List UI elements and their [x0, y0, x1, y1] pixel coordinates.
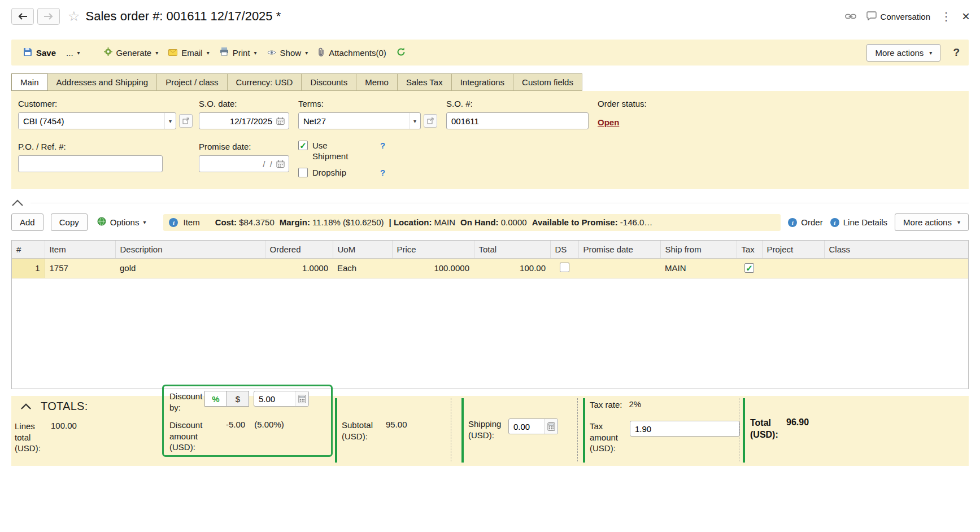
tab-custom-fields[interactable]: Custom fields	[513, 73, 582, 91]
customer-dropdown-button[interactable]: ▾	[164, 113, 176, 129]
uom-cell[interactable]: Each	[333, 258, 392, 278]
tab-currency[interactable]: Currency: USD	[227, 73, 302, 91]
tab-addresses-and-shipping[interactable]: Addresses and Shipping	[47, 73, 158, 91]
tax-checkbox[interactable]	[744, 263, 754, 273]
more-actions-label: More actions	[875, 48, 924, 58]
forward-button[interactable]	[37, 8, 60, 25]
info-icon: i	[169, 218, 178, 227]
email-label: Email	[181, 48, 203, 58]
line-item-row[interactable]: 1 1757 gold 1.0000 Each 100.0000 100.00 …	[12, 258, 968, 278]
ordered-cell[interactable]: 1.0000	[265, 258, 333, 278]
options-button[interactable]: Options ▾	[95, 215, 149, 230]
calculator-icon[interactable]	[295, 391, 308, 407]
po-ref-input[interactable]	[18, 155, 163, 172]
customer-combobox: ▾	[18, 112, 176, 129]
total-group: Total (USD): 96.90	[750, 417, 809, 441]
ds-checkbox[interactable]	[560, 263, 569, 272]
item-cell[interactable]: 1757	[45, 258, 115, 278]
attachments-button[interactable]: Attachments(0)	[313, 44, 391, 62]
save-button[interactable]: Save	[18, 44, 61, 62]
copy-link-icon[interactable]	[845, 12, 856, 21]
conversation-button[interactable]: Conversation	[866, 11, 930, 22]
tab-memo[interactable]: Memo	[356, 73, 398, 91]
discount-mode-toggle: % $	[204, 391, 249, 407]
use-shipment-checkbox[interactable]	[298, 141, 308, 150]
discount-percent-toggle[interactable]: %	[204, 391, 227, 407]
back-arrow-icon	[18, 12, 28, 21]
promise-date-cell[interactable]	[578, 258, 660, 278]
col-header-price: Price	[392, 241, 474, 258]
discount-input[interactable]	[254, 394, 295, 404]
dashed-separator	[739, 398, 739, 461]
promise-date-input[interactable]	[199, 159, 276, 169]
dropship-help-icon[interactable]: ?	[380, 168, 385, 177]
tab-main[interactable]: Main	[11, 73, 48, 91]
terms-dropdown-button[interactable]: ▾	[409, 113, 420, 129]
terms-open-button[interactable]	[424, 114, 437, 128]
so-number-input[interactable]	[446, 112, 589, 129]
so-date-input[interactable]	[199, 116, 276, 126]
line-details-button[interactable]: i Line Details	[830, 217, 887, 227]
col-header-ship-from: Ship from	[660, 241, 737, 258]
add-label: Add	[20, 217, 35, 227]
description-cell[interactable]: gold	[115, 258, 265, 278]
kebab-menu-icon[interactable]: ⋮	[940, 11, 952, 22]
terms-input[interactable]	[299, 113, 409, 129]
tab-sales-tax[interactable]: Sales Tax	[397, 73, 452, 91]
forward-arrow-icon	[43, 12, 54, 21]
close-icon[interactable]: ×	[962, 10, 970, 23]
calendar-icon[interactable]	[276, 160, 285, 168]
print-button[interactable]: Print ▾	[215, 44, 262, 61]
collapse-items-icon[interactable]	[11, 199, 24, 207]
order-info-button[interactable]: i Order	[788, 217, 822, 227]
help-button[interactable]: ?	[953, 46, 960, 59]
chevron-down-icon: ▾	[155, 50, 158, 56]
project-cell[interactable]	[762, 258, 824, 278]
show-button[interactable]: Show ▾	[262, 45, 313, 61]
tab-integrations[interactable]: Integrations	[451, 73, 513, 91]
col-header-num: #	[12, 241, 45, 258]
email-icon	[168, 48, 177, 58]
col-header-uom: UoM	[333, 241, 392, 258]
customer-open-button[interactable]	[179, 114, 193, 128]
price-cell[interactable]: 100.0000	[392, 258, 474, 278]
use-shipment-help-icon[interactable]: ?	[380, 141, 385, 150]
ship-from-cell[interactable]: MAIN	[660, 258, 737, 278]
calendar-icon[interactable]	[276, 117, 285, 125]
shipping-group: Shipping (USD):	[468, 418, 558, 441]
generate-button[interactable]: Generate ▾	[99, 44, 164, 61]
discount-dollar-toggle[interactable]: $	[227, 391, 249, 407]
back-button[interactable]	[11, 8, 34, 25]
total-label: Total (USD):	[750, 417, 781, 441]
dropship-checkbox[interactable]	[298, 168, 308, 177]
total-cell[interactable]: 100.00	[474, 258, 550, 278]
paperclip-icon	[318, 47, 325, 58]
email-button[interactable]: Email ▾	[163, 45, 215, 61]
so-number-label: S.O. #:	[446, 99, 473, 108]
save-options-button[interactable]: ... ▾	[61, 45, 85, 61]
favorite-star-icon[interactable]: ☆	[68, 8, 80, 24]
calculator-icon[interactable]	[544, 418, 557, 434]
more-actions-button[interactable]: More actions ▾	[866, 44, 940, 62]
green-separator-bar	[461, 398, 464, 463]
totals-panel: TOTALS: Lines total (USD): 100.00 Discou…	[11, 396, 969, 466]
row-number-cell[interactable]: 1	[12, 258, 45, 278]
class-cell[interactable]	[824, 258, 968, 278]
copy-label: Copy	[59, 217, 79, 227]
order-status-link[interactable]: Open	[598, 117, 619, 127]
copy-line-button[interactable]: Copy	[51, 213, 88, 231]
add-line-button[interactable]: Add	[11, 213, 43, 231]
tab-bar: Main Addresses and Shipping Project / cl…	[11, 73, 969, 91]
collapse-totals-icon[interactable]	[20, 403, 32, 410]
tab-project-class[interactable]: Project / class	[156, 73, 227, 91]
discount-input-field	[254, 391, 309, 407]
shipping-input[interactable]	[509, 422, 544, 431]
green-separator-bar	[743, 398, 745, 463]
green-separator-bar	[335, 398, 337, 463]
tax-amount-input[interactable]	[630, 421, 740, 437]
tab-discounts[interactable]: Discounts	[301, 73, 356, 91]
refresh-button[interactable]	[391, 44, 411, 62]
refresh-icon	[397, 47, 406, 58]
customer-input[interactable]	[19, 113, 164, 129]
line-more-actions-button[interactable]: More actions ▾	[895, 213, 969, 231]
